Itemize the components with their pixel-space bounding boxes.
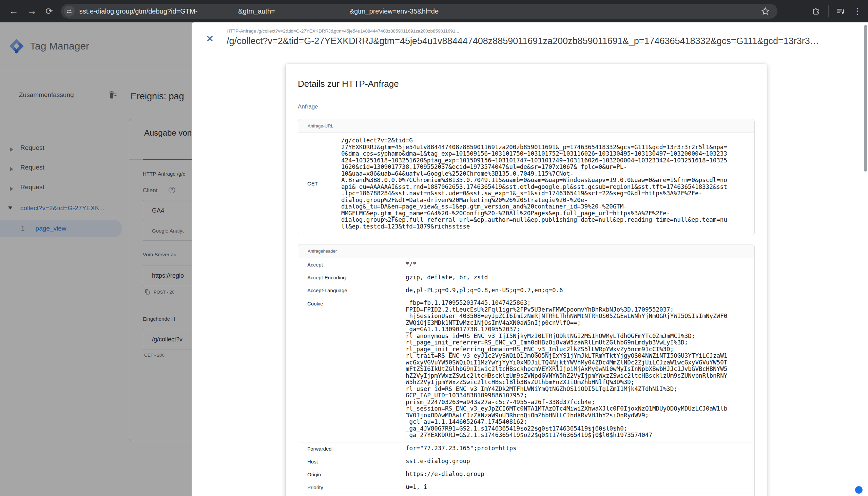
- back-icon[interactable]: ←: [9, 6, 18, 16]
- url-segment-1: sst.e-dialog.group/gtm/debug?id=GTM-: [79, 7, 198, 15]
- modal-subtitle: HTTP-Anfrage /g/collect?v=2&tid=G-27YEXK…: [227, 29, 566, 34]
- header-row-accept-language: Accept-Language de,pl-PL;q=0.9,pl;q=0.8,…: [298, 284, 755, 297]
- header-name: Origin: [298, 471, 406, 477]
- header-name: Accept-Language: [298, 288, 406, 293]
- close-icon[interactable]: ✕: [206, 33, 214, 44]
- header-name: Accept-Encoding: [298, 275, 406, 280]
- header-row-priority: Priority u=1, i: [298, 481, 755, 494]
- http-request-modal: ✕ HTTP-Anfrage /g/collect?v=2&tid=G-27YE…: [192, 22, 868, 496]
- section-request: Anfrage: [298, 104, 755, 110]
- header-value: de,pl-PL;q=0.9,pl;q=0.8,en-US;q=0.7,en;q…: [406, 287, 742, 294]
- toolbar-divider: [828, 5, 829, 17]
- header-value: u=1, i: [406, 484, 742, 491]
- url-segment-2: &gtm_auth=: [238, 7, 275, 15]
- request-url-card-header: Anfrage-URL: [298, 119, 755, 133]
- header-name: Host: [298, 459, 406, 464]
- scrollbar-thumb[interactable]: [864, 25, 867, 172]
- dialog-title: Details zur HTTP-Anfrage: [298, 79, 755, 89]
- header-row-host: Host sst.e-dialog.group: [298, 455, 755, 468]
- media-controls-icon[interactable]: [836, 6, 846, 16]
- header-row-accept-encoding: Accept-Encoding gzip, deflate, br, zstd: [298, 271, 755, 284]
- scrollbar[interactable]: [863, 22, 868, 496]
- request-url-text: /g/collect?v=2&tid=G- 27YEXKDRRJ&gtm=45j…: [341, 137, 738, 230]
- address-bar[interactable]: sst.e-dialog.group/gtm/debug?id=GTM- &gt…: [61, 4, 777, 19]
- header-row-origin: Origin https://e-dialog.group: [298, 468, 755, 481]
- extensions-icon[interactable]: [812, 7, 821, 16]
- header-value: */*: [406, 261, 742, 268]
- header-value: gzip, deflate, br, zstd: [406, 274, 742, 281]
- header-row-cookie: Cookie _fbp=fb.1.1709552037445.104742586…: [298, 297, 755, 442]
- header-row-forwarded: Forwarded for="77.237.23.165";proto=http…: [298, 442, 755, 455]
- header-name: Priority: [298, 484, 406, 490]
- site-info-icon[interactable]: [64, 6, 75, 17]
- request-url-body: GET /g/collect?v=2&tid=G- 27YEXKDRRJ&gtm…: [298, 133, 755, 235]
- modal-request-url: /g/collect?v=2&tid=G-27YEXKDRRJ&gtm=45je…: [227, 36, 861, 46]
- header-value: for="77.237.23.165";proto=https: [406, 445, 742, 452]
- header-name: Forwarded: [298, 446, 406, 452]
- request-headers-card-header: Anfrageheader: [298, 245, 755, 258]
- header-name: Cookie: [298, 300, 406, 307]
- header-name: Accept: [298, 262, 406, 267]
- browser-chrome: ← → ⟳ sst.e-dialog.group/gtm/debug?id=GT…: [0, 0, 868, 22]
- screen: ← → ⟳ sst.e-dialog.group/gtm/debug?id=GT…: [0, 0, 868, 496]
- reload-icon[interactable]: ⟳: [45, 7, 53, 16]
- request-details-dialog: Details zur HTTP-Anfrage Anfrage Anfrage…: [286, 64, 767, 496]
- floating-widget-dot[interactable]: [855, 486, 863, 494]
- header-value: https://e-dialog.group: [406, 471, 742, 478]
- forward-icon[interactable]: →: [27, 6, 36, 16]
- browser-menu-icon[interactable]: ⋮: [853, 6, 862, 17]
- header-row-accept: Accept */*: [298, 258, 755, 271]
- http-method: GET: [298, 181, 341, 186]
- request-url-card: Anfrage-URL GET /g/collect?v=2&tid=G- 27…: [298, 119, 755, 235]
- header-row-referer: Referer https://e-dialog.group/: [298, 494, 755, 496]
- request-headers-card: Anfrageheader Accept */* Accept-Encoding…: [298, 244, 755, 496]
- bookmark-star-icon[interactable]: [760, 6, 770, 16]
- header-value: _fbp=fb.1.1709552037445.1047425863; FPID…: [406, 300, 742, 439]
- header-value: sst.e-dialog.group: [406, 458, 742, 465]
- chrome-toolbar-right: ⋮: [812, 5, 862, 17]
- url-segment-3: &gtm_preview=env-35&hl=de: [350, 7, 439, 15]
